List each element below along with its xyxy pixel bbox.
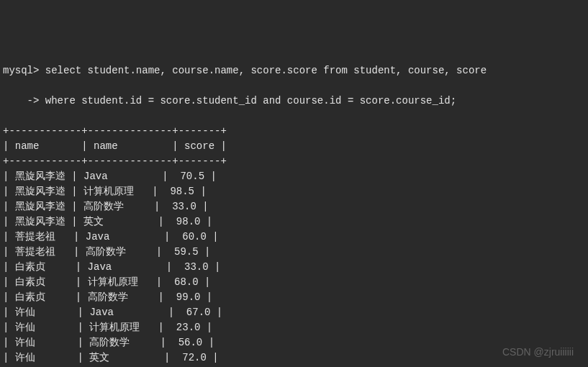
watermark-text: CSDN @zjruiiiiii (502, 345, 574, 360)
sql-prompt-line1: mysql> select student.name, course.name,… (3, 63, 585, 78)
query-result-table: +------------+--------------+-------+ | … (3, 124, 585, 367)
sql-prompt-line2: -> where student.id = score.student_id a… (3, 94, 585, 109)
